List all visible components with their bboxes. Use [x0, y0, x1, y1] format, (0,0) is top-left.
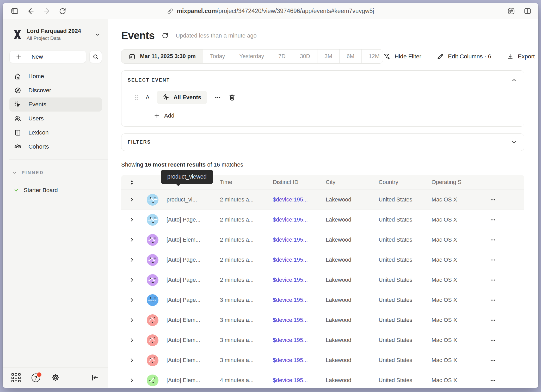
table-row[interactable]: [Auto] Page... 2 minutes a... $device:19… — [121, 250, 524, 270]
drag-handle-icon[interactable] — [134, 94, 139, 101]
expand-row-icon[interactable] — [121, 337, 143, 343]
sidebar-item-users[interactable]: Users — [9, 112, 102, 126]
reload-icon[interactable] — [59, 7, 66, 15]
event-name-cell[interactable]: [Auto] Page... — [161, 217, 215, 223]
row-menu-ellipsis-icon[interactable] — [484, 277, 524, 283]
expand-row-icon[interactable] — [121, 357, 143, 363]
hide-filter-button[interactable]: Hide Filter — [383, 53, 421, 60]
collapse-sidebar-icon[interactable] — [90, 373, 99, 382]
search-button[interactable] — [89, 51, 102, 63]
refresh-icon[interactable] — [161, 32, 169, 39]
distinct-id-link[interactable]: $device:195... — [268, 317, 321, 323]
back-icon[interactable] — [27, 7, 35, 15]
expand-row-icon[interactable] — [121, 317, 143, 323]
row-menu-ellipsis-icon[interactable] — [484, 377, 524, 384]
row-menu-ellipsis-icon[interactable] — [484, 317, 524, 323]
row-menu-ellipsis-icon[interactable] — [484, 237, 524, 243]
row-menu-ellipsis-icon[interactable] — [484, 297, 524, 303]
event-name-cell[interactable]: [Auto] Page... — [161, 277, 215, 283]
distinct-id-link[interactable]: $device:195... — [268, 277, 321, 283]
event-options-ellipsis-icon[interactable] — [214, 94, 221, 101]
trash-icon[interactable] — [228, 94, 236, 101]
column-country[interactable]: Country — [373, 179, 426, 186]
edit-columns-label: Edit Columns · 6 — [448, 53, 491, 60]
plus-icon — [153, 112, 160, 119]
project-switcher[interactable]: Lord Farquaad 2024 All Project Data — [13, 28, 101, 41]
event-name-cell[interactable]: [Auto] Elem... — [161, 237, 215, 243]
sidebar-toggle-icon[interactable] — [10, 7, 19, 15]
filters-panel[interactable]: FILTERS — [121, 133, 524, 151]
sidebar-item-discover[interactable]: Discover — [9, 83, 102, 97]
date-picker-button[interactable]: Mar 11, 2025 3:30 pm — [121, 50, 203, 63]
table-row[interactable]: product_vi... 2 minutes a... $device:195… — [121, 190, 524, 210]
add-event-button[interactable]: Add — [153, 112, 517, 119]
new-button[interactable]: New — [9, 51, 86, 63]
event-name-cell[interactable]: [Auto] Page... — [161, 257, 215, 263]
event-name-cell[interactable]: [Auto] Elem... — [161, 357, 215, 364]
table-row[interactable]: [Auto] Elem... 3 minutes a... $device:19… — [121, 330, 524, 350]
split-view-icon[interactable] — [524, 7, 532, 15]
preset-3m[interactable]: 3M — [317, 50, 339, 63]
distinct-id-link[interactable]: $device:195... — [268, 357, 321, 364]
event-name-cell[interactable]: [Auto] Elem... — [161, 317, 215, 323]
distinct-id-link[interactable]: $device:195... — [268, 217, 321, 223]
table-row[interactable]: [Auto] Elem... 2 minutes a... $device:19… — [121, 230, 524, 250]
row-menu-ellipsis-icon[interactable] — [484, 217, 524, 223]
event-name-cell[interactable]: product_vi... — [161, 197, 215, 203]
chevron-up-icon[interactable] — [511, 77, 517, 83]
sidebar-item-starter-board[interactable]: Starter Board — [13, 187, 108, 194]
expand-row-icon[interactable] — [121, 277, 143, 283]
sidebar-item-home[interactable]: Home — [9, 69, 102, 83]
table-row[interactable]: [Auto] Elem... 4 minutes a... $device:19… — [121, 370, 524, 388]
collapse-rows-icon[interactable] — [121, 179, 143, 186]
expand-row-icon[interactable] — [121, 237, 143, 243]
pinned-section-header[interactable]: PINNED — [12, 170, 108, 175]
distinct-id-link[interactable]: $device:195... — [268, 257, 321, 263]
distinct-id-link[interactable]: $device:195... — [268, 197, 321, 203]
expand-row-icon[interactable] — [121, 297, 143, 303]
distinct-id-link[interactable]: $device:195... — [268, 237, 321, 243]
preset-6m[interactable]: 6M — [339, 50, 361, 63]
distinct-id-link[interactable]: $device:195... — [268, 297, 321, 303]
row-menu-ellipsis-icon[interactable] — [484, 257, 524, 263]
help-icon[interactable]: ? — [32, 373, 40, 382]
event-name-cell[interactable]: [Auto] Elem... — [161, 337, 215, 344]
table-row[interactable]: [Auto] Elem... 3 minutes a... $device:19… — [121, 310, 524, 330]
sidebar-item-cohorts[interactable]: Cohorts — [9, 140, 102, 154]
table-row[interactable]: [Auto] Page... 3 minutes a... $device:19… — [121, 290, 524, 310]
row-menu-ellipsis-icon[interactable] — [484, 337, 524, 344]
export-button[interactable]: Export — [506, 53, 535, 60]
preset-today[interactable]: Today — [203, 50, 232, 63]
expand-row-icon[interactable] — [121, 217, 143, 223]
expand-row-icon[interactable] — [121, 197, 143, 203]
address-bar[interactable]: mixpanel.com/project/3472420/view/397469… — [167, 8, 374, 15]
preset-7d[interactable]: 7D — [271, 50, 292, 63]
edit-columns-button[interactable]: Edit Columns · 6 — [437, 53, 491, 60]
sidebar-item-lexicon[interactable]: Lexicon — [9, 126, 102, 140]
event-name-cell[interactable]: [Auto] Elem... — [161, 377, 215, 384]
preset-30d[interactable]: 30D — [293, 50, 317, 63]
column-city[interactable]: City — [321, 179, 373, 186]
distinct-id-link[interactable]: $device:195... — [268, 377, 321, 384]
expand-row-icon[interactable] — [121, 377, 143, 383]
table-row[interactable]: [Auto] Page... 2 minutes a... $device:19… — [121, 270, 524, 290]
table-row[interactable]: [Auto] Page... 2 minutes a... $device:19… — [121, 210, 524, 230]
column-distinct-id[interactable]: Distinct ID — [268, 179, 321, 186]
column-operating-system[interactable]: Operating S — [426, 179, 484, 186]
table-row[interactable]: [Auto] Elem... 3 minutes a... $device:19… — [121, 350, 524, 370]
expand-row-icon[interactable] — [121, 257, 143, 263]
gear-icon[interactable] — [51, 373, 60, 382]
preset-12m[interactable]: 12M — [361, 50, 383, 63]
page-settings-icon[interactable] — [507, 7, 515, 15]
preset-yesterday[interactable]: Yesterday — [232, 50, 271, 63]
row-menu-ellipsis-icon[interactable] — [484, 197, 524, 203]
sidebar-item-events[interactable]: Events — [9, 97, 102, 112]
chevron-down-icon[interactable] — [511, 139, 517, 145]
event-selector-chip[interactable]: All Events — [157, 91, 207, 104]
filters-title: FILTERS — [128, 139, 151, 145]
column-time[interactable]: Time — [215, 179, 268, 186]
event-name-cell[interactable]: [Auto] Page... — [161, 297, 215, 303]
row-menu-ellipsis-icon[interactable] — [484, 357, 524, 364]
distinct-id-link[interactable]: $device:195... — [268, 337, 321, 344]
apps-grid-icon[interactable] — [11, 373, 21, 382]
